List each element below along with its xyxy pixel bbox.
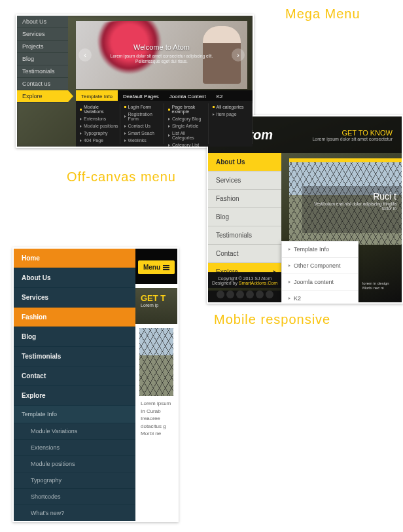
mobile-nav-subitem[interactable]: Shortcodes — [14, 489, 135, 505]
designed-by-line: Designed by SmartAddons.Com — [208, 281, 281, 285]
hamburger-icon — [163, 265, 169, 270]
caret-right-icon — [168, 144, 170, 147]
megamenu-column-item[interactable]: All categories — [213, 103, 253, 111]
megamenu-hero: Welcome to Atom Lorem ipsum dolor sit am… — [76, 21, 247, 89]
square-dot-icon — [80, 109, 82, 111]
flyout-item-label: Joomla content — [294, 279, 334, 285]
megamenu-side-item[interactable]: Services — [17, 28, 68, 41]
menu-toggle-button[interactable]: Menu — [138, 260, 175, 274]
caret-right-icon — [289, 297, 290, 300]
social-icon[interactable] — [226, 291, 234, 298]
megamenu-column-item[interactable]: Smart Seach — [124, 130, 164, 137]
mobile-nav-item[interactable]: Explore — [14, 386, 135, 406]
caret-right-icon — [124, 139, 126, 142]
flyout-item[interactable]: Other Component — [282, 258, 358, 274]
caret-right-icon — [80, 132, 82, 135]
megamenu-column: Page break exampleCategory BlogSingle Ar… — [164, 103, 209, 144]
social-icon[interactable] — [217, 291, 224, 298]
megamenu-column-item-label: Category Blog — [172, 116, 201, 121]
megamenu-side-item[interactable]: Explore — [17, 90, 68, 103]
megamenu-column-item[interactable]: 404 Page — [80, 137, 120, 144]
hero-next-button[interactable]: › — [232, 48, 245, 62]
mobile-nav-subitem[interactable]: Extensions — [14, 440, 135, 456]
tablet-bottom-text: lorem in design Morbi nec ni — [362, 281, 399, 291]
megamenu-column-item[interactable]: Weblinks — [124, 137, 164, 144]
hero-title: Welcome to Atom — [133, 43, 190, 51]
megamenu-column-item[interactable]: Typography — [80, 130, 120, 137]
megamenu-column-item[interactable]: Category Blog — [168, 115, 208, 122]
menu-toggle-label: Menu — [143, 264, 160, 271]
heading-mobile: Mobile responsive — [214, 312, 330, 327]
megamenu-column-item[interactable]: Login Form — [124, 103, 164, 111]
caret-right-icon — [289, 281, 290, 283]
tablet-side-item[interactable]: Fashion — [208, 190, 281, 208]
megamenu-side-item[interactable]: Contact us — [17, 78, 68, 90]
flyout-item-label: Template Info — [294, 246, 329, 253]
caret-right-icon — [80, 125, 82, 128]
megamenu-column-item-label: 404 Page — [84, 138, 103, 143]
megamenu-column-item[interactable]: Module positions — [80, 122, 120, 130]
tablet-side-item[interactable]: Testimonials — [208, 226, 281, 245]
megamenu-column-item-label: Smart Seach — [128, 131, 154, 135]
megamenu-column-item-label: Item page — [217, 112, 237, 116]
megamenu-side-item[interactable]: Testimonials — [17, 65, 68, 78]
caret-right-icon — [213, 113, 215, 116]
designer-link[interactable]: SmartAddons.Com — [239, 281, 277, 285]
mobile-nav-item[interactable]: Home — [14, 249, 135, 268]
megamenu-column-item[interactable]: List All Categories — [168, 130, 208, 141]
megamenu-side-item[interactable]: Projects — [17, 41, 68, 53]
tablet-side-item[interactable]: Contact — [208, 245, 281, 263]
flyout-item[interactable]: Joomla content — [282, 274, 358, 291]
megamenu-column-item[interactable]: Registration Form — [124, 111, 164, 122]
mobile-article-image — [139, 328, 173, 396]
mobile-nav-subitem[interactable]: Module Variations — [14, 423, 135, 440]
mobile-nav-subitem[interactable]: Module positions — [14, 456, 135, 472]
megamenu-column-item-label: All categories — [217, 105, 244, 109]
mobile-nav-subitem[interactable]: Typography — [14, 472, 135, 489]
megamenu-column: All categoriesItem page — [209, 103, 253, 144]
mobile-nav-subitem[interactable]: What's new? — [14, 505, 135, 522]
mobile-nav-item[interactable]: Services — [14, 288, 135, 308]
megamenu-side-item[interactable]: About Us — [17, 16, 68, 28]
social-icon[interactable] — [266, 291, 273, 298]
megamenu-column-item-label: Module Variations — [84, 105, 120, 114]
megamenu-column-item-label: Page break example — [172, 105, 208, 114]
social-icon[interactable] — [246, 291, 254, 298]
caret-right-icon — [80, 139, 82, 142]
mobile-nav-item[interactable]: Fashion — [14, 308, 135, 327]
social-icon[interactable] — [236, 291, 244, 298]
tablet-social-row — [208, 291, 281, 302]
megamenu-column-item[interactable]: Item page — [213, 111, 253, 118]
megamenu-column-item[interactable]: Page break example — [168, 103, 208, 115]
mobile-nav-group-header[interactable]: Template Info — [14, 406, 135, 423]
megamenu-column-item-label: Registration Form — [128, 112, 164, 121]
tablet-side-item[interactable]: Blog — [208, 208, 281, 226]
mobile-nav-item[interactable]: Contact — [14, 366, 135, 386]
megamenu-column-item-label: Extensions — [84, 116, 106, 121]
mobile-offcanvas-nav: HomeAbout UsServicesFashionBlogTestimoni… — [14, 249, 135, 521]
mobile-nav-item[interactable]: About Us — [14, 268, 135, 288]
caret-right-icon — [168, 134, 170, 137]
mobile-header: Menu — [135, 249, 177, 284]
mobile-nav-group-header[interactable]: Other Component — [14, 522, 135, 522]
flyout-item[interactable]: K2 — [282, 291, 358, 304]
caret-right-icon — [124, 115, 126, 118]
megamenu-side-item[interactable]: Blog — [17, 53, 68, 65]
copyright-line: Copyright © 2013 SJ Atom — [208, 276, 281, 281]
tablet-side-item[interactable]: About Us — [208, 153, 281, 171]
mobile-nav-item[interactable]: Blog — [14, 327, 135, 347]
megamenu-column-item[interactable]: Module Variations — [80, 103, 120, 115]
hero-prev-button[interactable]: ‹ — [79, 48, 92, 62]
megamenu-column-item[interactable]: Category List — [168, 141, 208, 148]
megamenu-side-nav: About UsServicesProjectsBlogTestimonials… — [17, 16, 68, 103]
mobile-nav-item[interactable]: Testimonials — [14, 347, 135, 366]
megamenu-column-item[interactable]: Single Article — [168, 122, 208, 130]
caret-right-icon — [168, 125, 170, 128]
flyout-item[interactable]: Template Info — [282, 241, 358, 258]
tablet-side-item[interactable]: Services — [208, 171, 281, 190]
flyout-item-label: K2 — [294, 295, 301, 302]
social-icon[interactable] — [256, 291, 264, 298]
megamenu-column-item[interactable]: Contact Us — [124, 122, 164, 130]
megamenu-column-item[interactable]: Extensions — [80, 115, 120, 122]
square-dot-icon — [168, 109, 170, 111]
